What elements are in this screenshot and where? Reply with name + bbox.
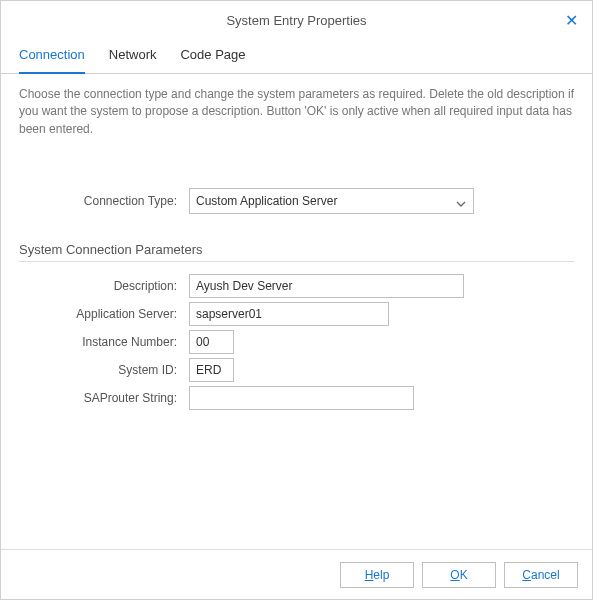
dialog-title: System Entry Properties [226,13,366,28]
tab-codepage[interactable]: Code Page [180,39,245,74]
tab-network[interactable]: Network [109,39,157,74]
dialog-footer: Help OK Cancel [1,549,592,599]
saprouter-input[interactable] [189,386,414,410]
section-header: System Connection Parameters [19,230,574,262]
ok-button-label: OK [450,568,467,582]
description-input[interactable] [189,274,464,298]
tab-label: Connection [19,47,85,62]
tab-connection[interactable]: Connection [19,39,85,74]
instance-number-row: Instance Number: [19,330,574,354]
system-id-input[interactable] [189,358,234,382]
tab-label: Network [109,47,157,62]
connection-type-label: Connection Type: [19,194,189,208]
instructions-text: Choose the connection type and change th… [1,74,592,148]
saprouter-label: SAProuter String: [19,391,189,405]
form-content: Connection Type: Custom Application Serv… [1,148,592,549]
application-server-label: Application Server: [19,307,189,321]
system-entry-properties-dialog: System Entry Properties ✕ Connection Net… [0,0,593,600]
instance-number-label: Instance Number: [19,335,189,349]
description-row: Description: [19,274,574,298]
connection-type-select-wrap: Custom Application Server [189,188,474,214]
system-id-label: System ID: [19,363,189,377]
cancel-button-label: Cancel [522,568,559,582]
help-button[interactable]: Help [340,562,414,588]
help-button-label: Help [365,568,390,582]
connection-type-select[interactable]: Custom Application Server [189,188,474,214]
application-server-row: Application Server: [19,302,574,326]
dialog-titlebar: System Entry Properties ✕ [1,1,592,39]
close-icon[interactable]: ✕ [565,11,578,30]
tabs-bar: Connection Network Code Page [1,39,592,74]
description-label: Description: [19,279,189,293]
application-server-input[interactable] [189,302,389,326]
saprouter-row: SAProuter String: [19,386,574,410]
cancel-button[interactable]: Cancel [504,562,578,588]
tab-label: Code Page [180,47,245,62]
connection-type-row: Connection Type: Custom Application Serv… [19,188,574,214]
ok-button[interactable]: OK [422,562,496,588]
system-id-row: System ID: [19,358,574,382]
instance-number-input[interactable] [189,330,234,354]
